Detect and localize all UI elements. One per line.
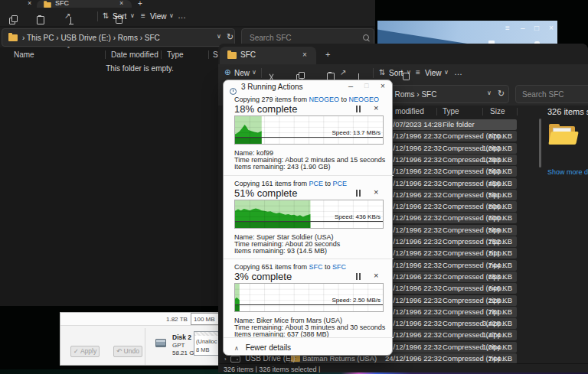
minimize-icon[interactable]: –	[348, 81, 353, 90]
file-size: 653 KB	[488, 272, 512, 281]
tab-sfc[interactable]: SFC ×	[37, 0, 132, 8]
show-more-details-link[interactable]: Show more details	[547, 168, 588, 176]
chevron-down-icon: ∨	[444, 69, 449, 76]
cancel-icon[interactable]: ×	[374, 103, 378, 112]
close-icon[interactable]: ×	[381, 82, 385, 90]
copy-icon[interactable]	[9, 15, 17, 24]
minimize-icon[interactable]: –	[521, 24, 525, 32]
new-icon[interactable]: ⊕	[224, 68, 230, 76]
new-tab-icon[interactable]: +	[325, 50, 330, 59]
new-tab-icon[interactable]: +	[138, 0, 142, 8]
chevron-down-icon: ∨	[169, 12, 174, 19]
more-options-icon[interactable]: …	[454, 67, 462, 76]
column-divider[interactable]	[436, 108, 437, 115]
more-options-icon[interactable]: …	[178, 11, 186, 20]
transfer-section: Copying 161 items from PCE to PCE 51% co…	[224, 180, 394, 261]
close-icon[interactable]: ×	[302, 50, 307, 59]
paste-icon[interactable]	[37, 15, 44, 24]
folder-icon	[227, 52, 237, 59]
file-type: File folder	[443, 120, 475, 128]
sort-button[interactable]: Sort	[389, 69, 403, 77]
disk-icon	[155, 339, 166, 347]
partition-tool-window: 1.82 TB 100 MB ✓ Apply ↶ Undo Disk 2 GPT…	[60, 312, 222, 366]
chevron-down-icon[interactable]: ∨	[217, 33, 221, 40]
tab-sfc[interactable]: SFC ×	[220, 47, 316, 64]
chevron-down-icon[interactable]: ∨	[487, 89, 492, 96]
date-modified: 24/12/1996 22:32	[385, 202, 442, 210]
destination-link[interactable]: NEOGEO	[349, 96, 380, 103]
file-size: 670 KB	[488, 132, 512, 140]
percent-complete: 3% complete	[234, 271, 292, 282]
cancel-icon[interactable]: ×	[374, 271, 378, 280]
divider	[224, 337, 394, 338]
refresh-icon[interactable]: ↻	[227, 32, 234, 42]
partition-block[interactable]: 100 MB	[191, 313, 221, 325]
close-icon[interactable]: ×	[549, 24, 554, 32]
file-size: 228 KB	[488, 296, 512, 304]
destination-link[interactable]: PCE	[333, 180, 348, 187]
view-icon[interactable]: ≡	[141, 11, 145, 20]
apply-button[interactable]: ✓ Apply	[70, 346, 100, 357]
sort-icon[interactable]: ⇅	[379, 68, 385, 76]
file-size: 1,083 KB	[482, 144, 512, 152]
date-modified: 24/12/1996 22:32	[385, 354, 442, 363]
column-divider[interactable]	[517, 108, 518, 115]
file-size: 752 KB	[488, 237, 512, 246]
column-divider[interactable]	[105, 50, 106, 59]
divider	[224, 259, 394, 259]
share-icon[interactable]: ↗	[340, 68, 346, 76]
tab-title: SFC	[240, 50, 256, 59]
pause-icon[interactable]	[355, 273, 366, 281]
pause-icon[interactable]	[355, 106, 366, 114]
disk-bar-row: 1.82 TB 100 MB	[60, 313, 221, 326]
maximize-icon[interactable]: □	[534, 24, 539, 32]
chevron-up-icon: ∧	[234, 345, 239, 352]
folder-icon	[8, 34, 18, 41]
column-name[interactable]: Name	[14, 50, 34, 59]
search-input[interactable]: Search SFC	[515, 85, 588, 103]
source-link[interactable]: PCE	[309, 180, 324, 187]
search-placeholder: Search SFC	[522, 90, 564, 99]
sort-icon[interactable]: ⇅	[103, 11, 109, 20]
view-icon[interactable]: ≡	[416, 68, 420, 76]
wallpaper-hill	[377, 21, 557, 46]
destination-link[interactable]: SFC	[332, 263, 346, 271]
undo-button[interactable]: ↶ Undo	[113, 346, 142, 357]
address-bar[interactable]: › This PC › USB Drive (E:) › Roms › SFC …	[2, 28, 235, 47]
scrollbar[interactable]	[539, 119, 541, 167]
menu-icon[interactable]: ≡	[505, 24, 510, 32]
status-text: 326 items | 326 items selected |	[224, 366, 320, 372]
close-icon[interactable]: ×	[28, 0, 31, 7]
source-link[interactable]: NEOGEO	[309, 96, 340, 103]
date-modified: 24/12/1996 22:32	[385, 330, 442, 339]
column-date-modified[interactable]: Date modified	[111, 50, 158, 59]
share-icon[interactable]: ↗	[64, 11, 70, 20]
sort-button[interactable]: Sort	[113, 12, 126, 21]
source-link[interactable]: SFC	[309, 263, 323, 271]
desktop: × SFC × + ↗ ⇅ Sort ∨ ≡ View ∨ …	[0, 0, 588, 374]
refresh-icon[interactable]: ↻	[498, 89, 505, 99]
close-icon[interactable]: ×	[119, 0, 123, 7]
column-divider[interactable]	[161, 50, 162, 59]
dialog-titlebar[interactable]: 3 Running Actions – □ ×	[224, 80, 392, 94]
column-divider[interactable]	[482, 108, 483, 115]
date-modified: 24/12/1996 22:32	[385, 249, 442, 257]
column-divider[interactable]	[208, 50, 209, 59]
view-button[interactable]: View	[425, 69, 442, 77]
new-button[interactable]: New	[234, 69, 250, 77]
fewer-details-button[interactable]: ∧ Fewer details	[234, 343, 291, 352]
pause-icon[interactable]	[355, 190, 366, 198]
chevron-right-icon: ›	[224, 356, 227, 363]
speed-label: Speed: 2.50 MB/s	[332, 297, 381, 304]
divider	[224, 175, 394, 176]
percent-complete: 51% complete	[234, 187, 297, 199]
breadcrumb[interactable]: › This PC › USB Drive (E:) › Roms › SFC	[22, 34, 160, 42]
column-type[interactable]: Type	[443, 107, 459, 115]
column-type[interactable]: Type	[167, 50, 184, 59]
date-modified: 24/12/1996 22:32	[385, 179, 442, 187]
column-size[interactable]: Size	[490, 107, 505, 115]
partition-label: (Unalloc	[196, 338, 217, 345]
cancel-icon[interactable]: ×	[374, 187, 378, 197]
apply-label: Apply	[80, 347, 96, 355]
view-button[interactable]: View	[150, 12, 167, 21]
